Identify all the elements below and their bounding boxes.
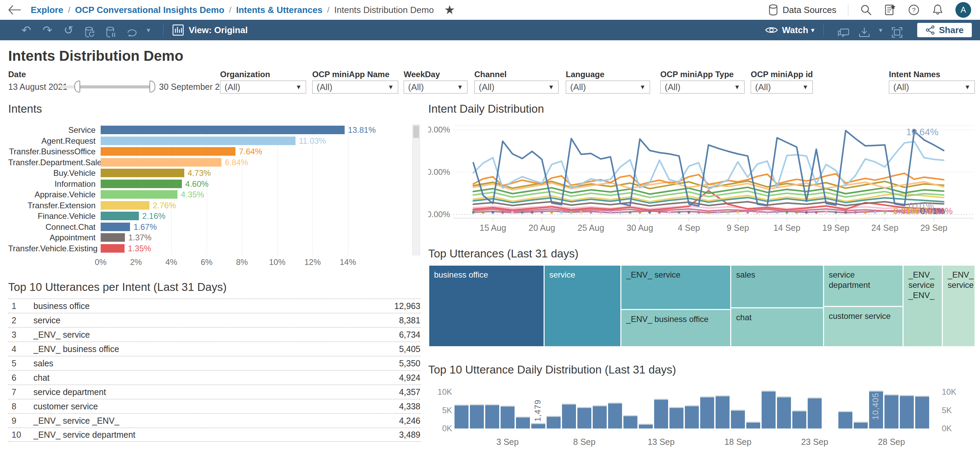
daily-bar[interactable] — [792, 410, 806, 429]
data-sources-button[interactable]: Data Sources — [768, 4, 836, 16]
bar-transfer-extension[interactable] — [101, 201, 150, 210]
filter-dropdown-6[interactable]: (All)▼ — [751, 81, 813, 94]
daily-bar[interactable] — [547, 416, 561, 429]
date-slider-handle-start[interactable] — [75, 81, 80, 93]
help-icon[interactable]: ? — [908, 4, 920, 16]
fullscreen-icon[interactable] — [886, 22, 908, 38]
daily-bar[interactable] — [654, 399, 668, 429]
bar-buy-vehicle[interactable] — [101, 169, 184, 177]
filter-dropdown-0[interactable]: (All)▼ — [220, 81, 306, 94]
view-label[interactable]: View: Original — [189, 25, 248, 35]
auto-update-caret-icon[interactable]: ▾ — [143, 26, 154, 34]
breadcrumb-item[interactable]: Intents & Utterances — [236, 5, 323, 15]
filter-dropdown-4[interactable]: (All)▼ — [566, 81, 650, 94]
revert-icon[interactable]: ↺ — [58, 20, 79, 40]
table-row[interactable]: 3_ENV_ service6,734 — [8, 327, 420, 341]
treemap-cell[interactable]: business office — [429, 266, 544, 346]
bar-information[interactable] — [101, 180, 182, 188]
daily-bar[interactable] — [485, 404, 499, 429]
favorite-star-icon[interactable]: ★ — [444, 4, 455, 16]
breadcrumb-item[interactable]: Explore — [31, 5, 63, 15]
daily-bar[interactable] — [562, 404, 576, 429]
daily-bar[interactable] — [685, 405, 699, 429]
daily-bar[interactable] — [700, 396, 714, 429]
bar-finance-vehicle[interactable] — [101, 212, 139, 220]
date-slider-track[interactable] — [77, 85, 153, 88]
daily-bar[interactable] — [608, 402, 622, 429]
line-series-Service[interactable] — [473, 131, 944, 206]
filter-dropdown-7[interactable]: (All)▼ — [889, 81, 975, 94]
auto-update-icon[interactable] — [121, 22, 143, 38]
treemap-cell[interactable]: customer service — [824, 307, 903, 346]
daily-bar[interactable] — [455, 405, 468, 429]
table-row[interactable]: 10_ENV_ service department3,489 — [8, 428, 420, 442]
treemap-cell[interactable]: service department — [824, 266, 903, 306]
daily-bar[interactable] — [731, 410, 745, 429]
pause-updates-icon[interactable] — [100, 22, 121, 38]
download-caret-icon[interactable]: ▾ — [875, 26, 886, 34]
table-row[interactable]: 8customer service4,338 — [8, 399, 420, 413]
treemap-cell[interactable]: sales — [731, 266, 823, 307]
daily-bar[interactable] — [915, 396, 929, 429]
filter-dropdown-1[interactable]: (All)▼ — [312, 81, 398, 94]
daily-bar[interactable] — [762, 391, 776, 429]
scrollbar-thumb[interactable] — [413, 126, 419, 138]
breadcrumb-item[interactable]: OCP Conversational Insights Demo — [75, 5, 224, 15]
daily-bar[interactable] — [777, 396, 791, 429]
comments-icon[interactable] — [833, 22, 854, 38]
daily-bar[interactable] — [578, 407, 591, 429]
watch-eye-icon[interactable] — [765, 26, 778, 35]
vertical-scrollbar[interactable] — [412, 124, 420, 255]
daily-bar[interactable] — [593, 405, 607, 429]
daily-bar[interactable] — [470, 404, 484, 429]
notifications-bell-icon[interactable] — [932, 4, 944, 16]
bar-agent-request[interactable] — [101, 137, 296, 145]
bar-transfer-businessoffice[interactable] — [101, 147, 235, 156]
treemap-cell[interactable]: service — [545, 266, 621, 346]
daily-bar[interactable] — [624, 415, 637, 429]
table-row[interactable]: 9_ENV_ service _ENV_4,246 — [8, 413, 420, 428]
table-row[interactable]: 5sales5,350 — [8, 356, 420, 370]
request-list-icon[interactable] — [884, 4, 896, 16]
bar-appointment[interactable] — [101, 233, 125, 242]
table-row[interactable]: 4_ENV_ business office5,405 — [8, 341, 420, 356]
watch-button[interactable]: Watch — [782, 25, 808, 35]
daily-bar[interactable] — [808, 397, 822, 429]
treemap-cell[interactable]: chat — [731, 308, 823, 346]
treemap-cell[interactable]: _ENV_ service — [943, 266, 975, 346]
download-icon[interactable] — [854, 22, 875, 38]
bar-transfer-department-sales[interactable] — [101, 158, 221, 167]
line-series-Transfer.Extension[interactable] — [473, 193, 944, 202]
bar-service[interactable] — [101, 126, 345, 134]
daily-bar[interactable] — [885, 394, 899, 429]
redo-icon[interactable]: ↷ — [37, 20, 58, 40]
bar-appraise-vehicle[interactable] — [101, 190, 177, 199]
treemap-cell[interactable]: _ENV_ business office — [621, 310, 730, 346]
date-slider-handle-end[interactable] — [150, 81, 155, 93]
treemap-cell[interactable]: _ENV_ service — [621, 266, 730, 309]
daily-bar[interactable] — [639, 424, 653, 429]
undo-icon[interactable]: ↶ — [16, 20, 37, 40]
refresh-data-icon[interactable] — [79, 22, 100, 38]
daily-bar[interactable] — [516, 416, 530, 429]
filter-dropdown-5[interactable]: (All)▼ — [660, 81, 745, 94]
treemap-cell[interactable]: _ENV_ service _ENV_ — [904, 266, 942, 346]
share-button[interactable]: Share — [917, 23, 972, 37]
table-row[interactable]: 2service8,381 — [8, 313, 420, 327]
watch-caret-icon[interactable]: ▾ — [811, 26, 815, 34]
filter-dropdown-3[interactable]: (All)▼ — [474, 81, 558, 94]
daily-bar[interactable] — [900, 395, 914, 429]
daily-bar[interactable] — [746, 422, 760, 429]
daily-bar[interactable] — [854, 422, 868, 429]
bar-connect-chat[interactable] — [101, 223, 130, 231]
back-arrow-icon[interactable] — [8, 4, 21, 16]
table-row[interactable]: 6chat4,924 — [8, 370, 420, 385]
table-row[interactable]: 1business office12,963 — [8, 298, 420, 313]
daily-bar[interactable] — [531, 423, 545, 429]
bar-transfer-vehicle-existing[interactable] — [101, 244, 124, 253]
daily-bar[interactable] — [716, 396, 730, 429]
view-icon[interactable] — [172, 24, 184, 36]
filter-dropdown-2[interactable]: (All)▼ — [404, 81, 468, 94]
daily-bar[interactable] — [670, 407, 684, 429]
user-avatar[interactable]: A — [955, 2, 971, 18]
